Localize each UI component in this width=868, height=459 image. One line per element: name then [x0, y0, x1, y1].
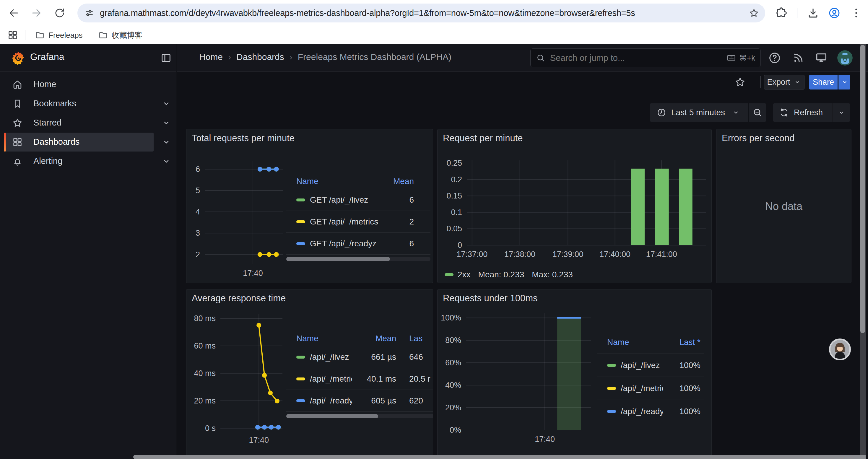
legend-value: 100%	[663, 361, 704, 370]
timeseries-chart[interactable]: 17:4065432	[190, 158, 287, 278]
downloads-icon[interactable]	[807, 6, 819, 20]
legend-column-header[interactable]: Last *	[663, 338, 704, 347]
legend-header-row: NameMean	[286, 174, 430, 189]
sidebar-item-bookmarks[interactable]: Bookmarks	[4, 94, 154, 113]
legend-value: 605 µs	[352, 396, 396, 405]
browser-chrome: grafana.mathmast.com/d/deytv4rwavabkb/fr…	[0, 0, 868, 44]
panel-title[interactable]: Requests under 100ms	[443, 293, 538, 304]
breadcrumb-dashboards[interactable]: Dashboards	[236, 52, 284, 62]
timeseries-chart[interactable]: 17:4080 ms60 ms40 ms20 ms0 s	[194, 311, 286, 445]
sidebar-item-alerting[interactable]: Alerting	[4, 152, 154, 171]
extensions-icon[interactable]	[775, 6, 788, 20]
legend-row[interactable]: /api/_/livez661 µs646	[286, 346, 433, 368]
share-menu-button[interactable]	[838, 75, 850, 90]
legend-column-header[interactable]: Mean	[352, 334, 396, 343]
grafana-logo[interactable]	[11, 51, 25, 65]
sidebar-item-starred[interactable]: Starred	[4, 113, 154, 132]
legend-column-header[interactable]: Name	[296, 177, 380, 186]
refresh-interval-button[interactable]	[833, 103, 850, 122]
chevron-down-icon[interactable]	[161, 118, 172, 128]
series-swatch	[607, 387, 616, 390]
legend-scrollbar-thumb[interactable]	[286, 414, 378, 418]
toolbar-divider	[797, 8, 797, 18]
legend-scrollbar[interactable]	[286, 414, 433, 418]
chevron-down-icon	[840, 78, 849, 86]
home-icon	[12, 79, 23, 90]
legend-row[interactable]: /api/_/readyz605 µs620	[286, 390, 433, 412]
x-tick-label: 17:40:00	[599, 250, 630, 259]
share-button[interactable]: Share	[809, 75, 838, 90]
legend-row[interactable]: /api/_/readyz100%	[597, 400, 704, 423]
y-tick-label: 0%	[450, 426, 461, 434]
panel-title[interactable]: Average response time	[192, 293, 286, 304]
chevron-down-icon	[793, 78, 802, 86]
series-point	[262, 373, 267, 378]
legend-column-header[interactable]: Mean	[380, 177, 430, 186]
bookmark-folder-freeleaps[interactable]: Freeleaps	[31, 30, 83, 40]
time-range-picker[interactable]: Last 5 minutes	[650, 103, 748, 122]
dashboard-toolbar: Export Share	[177, 71, 868, 93]
horizontal-scrollbar[interactable]	[133, 455, 866, 459]
legend-column-header[interactable]: Name	[296, 334, 352, 343]
series-name: /api/_/readyz	[621, 407, 663, 416]
profile-icon[interactable]	[828, 6, 841, 20]
legend-row[interactable]: GET /api/_/metrics2	[286, 211, 430, 233]
refresh-button[interactable]: Refresh	[773, 103, 832, 122]
search-box[interactable]: ⌘+k	[530, 48, 761, 67]
legend-column-header[interactable]: Name	[607, 338, 663, 347]
legend-row[interactable]: /api/_/livez100%	[597, 354, 704, 377]
panel-title[interactable]: Request per minute	[443, 133, 523, 143]
apps-grid-icon[interactable]	[7, 30, 18, 41]
time-controls: Last 5 minutes Refresh	[177, 95, 868, 129]
user-avatar[interactable]	[837, 50, 852, 66]
y-tick-label: 60%	[445, 358, 461, 367]
back-icon[interactable]	[8, 7, 20, 19]
bar-chart[interactable]: 17:40100%80%60%40%20%0%	[439, 310, 595, 444]
bookmark-star-icon[interactable]	[749, 8, 759, 18]
bar-chart[interactable]: 17:37:0017:38:0017:39:0017:40:0017:41:00…	[449, 157, 710, 259]
legend-value: 620	[396, 396, 433, 405]
panel-total-requests-per-minute: Total requests per minute 17:4065432 Nam…	[186, 129, 433, 283]
legend-row[interactable]: GET /api/_/livez6	[286, 189, 430, 211]
vertical-scrollbar-thumb[interactable]	[860, 45, 865, 333]
brand-name: Grafana	[30, 52, 64, 62]
sidebar-item-label: Home	[33, 79, 56, 89]
legend[interactable]: 2xx Mean: 0.233 Max: 0.233	[445, 269, 573, 281]
favorite-dashboard-icon[interactable]	[734, 76, 746, 88]
reload-icon[interactable]	[54, 7, 66, 19]
breadcrumb-home[interactable]: Home	[199, 52, 223, 62]
chevron-down-icon[interactable]	[161, 156, 172, 167]
vertical-scrollbar[interactable]	[860, 44, 866, 459]
legend-column-header[interactable]: Las	[396, 334, 433, 343]
chevron-down-icon[interactable]	[161, 98, 172, 109]
legend-scrollbar-thumb[interactable]	[286, 257, 390, 261]
legend-scrollbar[interactable]	[286, 257, 430, 261]
zoom-out-button[interactable]	[749, 103, 766, 122]
series-name: /api/_/readyz	[310, 396, 352, 405]
kiosk-monitor-icon[interactable]	[814, 51, 828, 65]
address-bar[interactable]: grafana.mathmast.com/d/deytv4rwavabkb/fr…	[78, 4, 765, 23]
assistant-avatar[interactable]	[829, 338, 851, 360]
panel-average-response-time: Average response time 17:4080 ms60 ms40 …	[186, 289, 433, 459]
site-settings-icon[interactable]	[84, 8, 95, 18]
bookmark-folder-blogs[interactable]: 收藏博客	[95, 30, 143, 40]
help-icon[interactable]	[768, 51, 781, 65]
legend-row[interactable]: /api/_/metrics100%	[597, 377, 704, 400]
series-line	[259, 325, 277, 401]
panel-title[interactable]: Errors per second	[722, 133, 795, 143]
panel-title[interactable]: Total requests per minute	[192, 133, 294, 143]
chevron-down-icon[interactable]	[161, 137, 172, 147]
sidebar-item-home[interactable]: Home	[4, 75, 154, 94]
export-button[interactable]: Export	[764, 75, 804, 90]
dock-sidebar-icon[interactable]	[160, 52, 172, 64]
y-tick-label: 6	[195, 165, 200, 174]
sidebar-item-dashboards[interactable]: Dashboards	[4, 133, 154, 152]
legend-row[interactable]: /api/_/metrics40.1 ms20.5 r	[286, 368, 433, 390]
search-input[interactable]	[550, 53, 726, 63]
series-point	[275, 399, 279, 403]
forward-icon[interactable]	[31, 7, 42, 19]
url-text[interactable]: grafana.mathmast.com/d/deytv4rwavabkb/fr…	[100, 8, 635, 18]
legend-row[interactable]: GET /api/_/readyz6	[286, 233, 430, 255]
news-rss-icon[interactable]	[792, 51, 805, 65]
menu-icon[interactable]	[850, 6, 863, 20]
